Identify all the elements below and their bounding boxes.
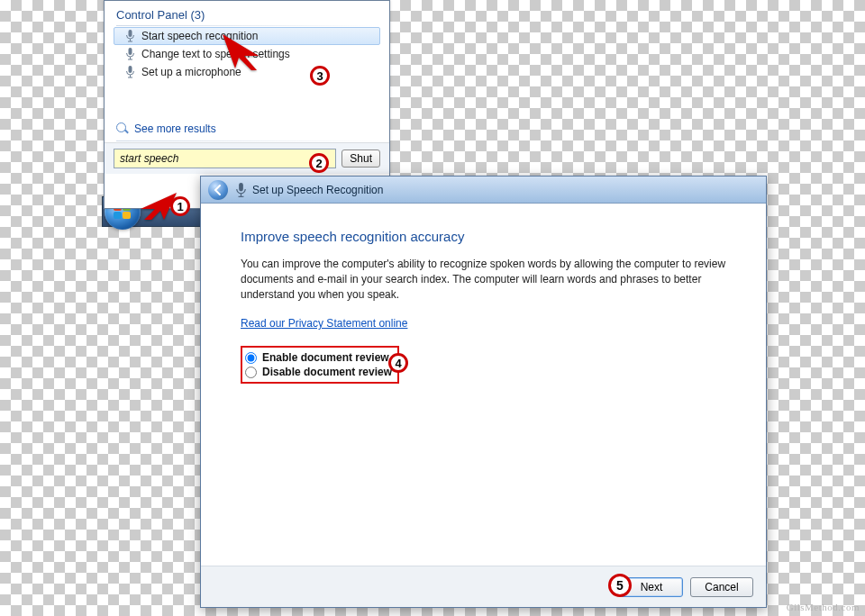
privacy-statement-link[interactable]: Read our Privacy Statement online [241,317,407,330]
wizard-titlebar: Set up Speech Recognition [201,177,766,204]
results-group-header: Control Panel (3) [105,1,389,25]
document-review-radio-group: Enable document review Disable document … [241,346,399,384]
wizard-description: You can improve the computer's ability t… [241,257,726,302]
step-callout-4: 4 [388,353,408,373]
tutorial-pointer-icon [223,34,264,74]
svg-marker-9 [223,34,259,70]
cancel-button[interactable]: Cancel [690,577,753,597]
wizard-heading: Improve speech recognition accuracy [241,229,726,244]
watermark: GilsMethod.com [787,602,860,612]
radio-enable-document-review[interactable]: Enable document review [245,350,392,365]
see-more-label: See more results [134,122,216,135]
svg-rect-0 [129,30,132,37]
microphone-icon [125,30,135,42]
radio-enable-label: Enable document review [262,351,389,364]
wizard-body: Improve speech recognition accuracy You … [201,204,766,566]
result-label: Change text to speech settings [141,48,290,60]
step-callout-5: 5 [608,574,632,597]
microphone-icon [125,66,135,78]
step-callout-1: 1 [170,196,190,216]
radio-disable-label: Disable document review [262,366,392,378]
svg-rect-11 [239,183,243,191]
radio-disable-document-review[interactable]: Disable document review [245,365,392,379]
speech-recognition-wizard: Set up Speech Recognition Improve speech… [200,176,767,608]
microphone-icon [235,183,247,197]
shutdown-button[interactable]: Shut [341,149,380,168]
start-menu-search-input[interactable] [114,149,336,168]
microphone-icon [125,48,135,60]
wizard-title-text: Set up Speech Recognition [252,184,383,196]
search-row: Shut [105,142,389,174]
radio-enable-input[interactable] [245,352,257,364]
step-callout-3: 3 [310,66,330,86]
see-more-results[interactable]: See more results [105,117,389,140]
step-callout-2: 2 [309,153,329,173]
radio-disable-input[interactable] [245,367,257,378]
divider [116,25,378,26]
back-button[interactable] [208,180,228,200]
svg-rect-6 [129,66,132,73]
svg-rect-3 [129,48,132,55]
divider [116,140,378,141]
search-icon [116,122,129,135]
wizard-footer: Next Cancel [201,566,766,607]
